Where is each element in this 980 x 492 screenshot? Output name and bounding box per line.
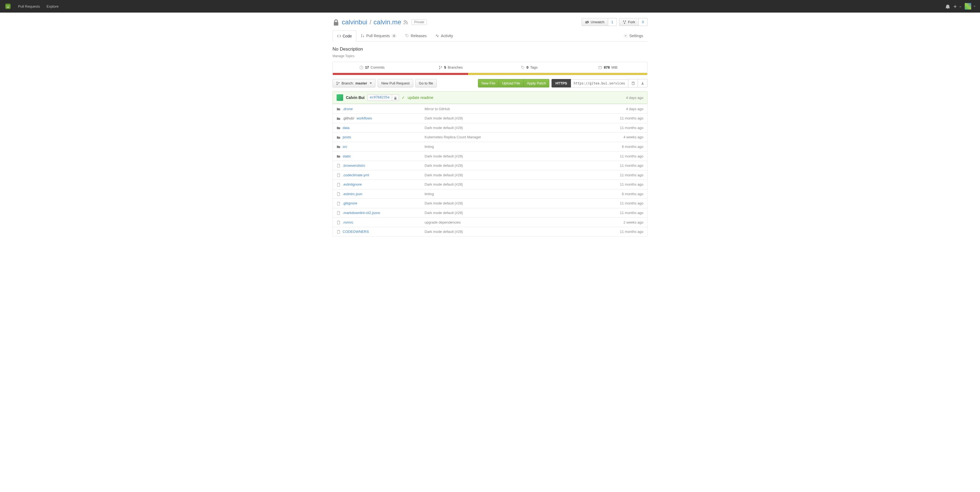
rss-icon[interactable] (403, 18, 408, 26)
table-row: .drone Mirror to GitHub 4 days ago (333, 104, 648, 114)
dir-icon (337, 144, 340, 149)
size-unit: MiB (611, 65, 617, 70)
file-commit-message[interactable]: Dark mode default (#28) (425, 163, 463, 168)
commits-count: 17 (365, 65, 369, 70)
unwatch-button[interactable]: Unwatch (582, 18, 608, 26)
logo[interactable] (5, 3, 11, 10)
svg-point-11 (406, 35, 407, 35)
toolbar: Branch: master New Pull Request Go to fi… (332, 75, 648, 91)
watch-count[interactable]: 1 (608, 18, 617, 26)
file-commit-message[interactable]: Dark mode default (#28) (425, 126, 463, 130)
commit-hash[interactable]: ec07b8235e (367, 94, 392, 101)
notifications-icon[interactable] (945, 4, 950, 8)
copy-url-button[interactable] (628, 79, 638, 87)
branch-dropdown[interactable]: Branch: master (332, 79, 375, 87)
file-link[interactable]: .nvmrc (343, 220, 353, 224)
file-link[interactable]: .browserslistrc (343, 163, 365, 168)
file-time: 11 months ago (590, 179, 647, 189)
table-row: .github/workflows Dark mode default (#28… (333, 114, 648, 123)
tab-activity[interactable]: Activity (431, 30, 457, 41)
table-row: CODEOWNERS Dark mode default (#28) 11 mo… (333, 227, 648, 236)
https-label[interactable]: HTTPS (552, 79, 571, 87)
svg-point-16 (441, 66, 442, 67)
repo-owner-link[interactable]: calvinbui (342, 18, 367, 26)
fork-count[interactable]: 0 (639, 18, 648, 26)
table-row: static Dark mode default (#28) 11 months… (333, 151, 648, 161)
chevron-down-icon (370, 83, 372, 84)
svg-point-21 (339, 82, 340, 83)
nav-pull-requests[interactable]: Pull Requests (18, 5, 40, 8)
create-menu-icon[interactable] (953, 4, 961, 8)
file-link[interactable]: .gitignore (343, 201, 357, 205)
table-row: .markdownlint-cli2.jsonc Dark mode defau… (333, 208, 648, 217)
clone-url-input[interactable] (571, 79, 628, 87)
file-time: 11 months ago (590, 151, 647, 161)
dir-icon (337, 116, 340, 121)
file-icon (337, 220, 340, 224)
apply-patch-button[interactable]: Apply Patch (523, 79, 549, 87)
fork-button[interactable]: Fork (619, 18, 639, 26)
file-link[interactable]: CODEOWNERS (343, 230, 369, 234)
nav-explore[interactable]: Explore (46, 5, 59, 8)
file-link[interactable]: workflows (356, 116, 372, 120)
stat-tags[interactable]: 0 Tags (490, 62, 569, 73)
commit-author[interactable]: Calvin Bui (346, 95, 364, 100)
tab-pull-requests[interactable]: Pull Requests 4 (356, 30, 401, 41)
user-menu[interactable] (965, 3, 975, 10)
svg-point-5 (623, 20, 624, 21)
commit-author-avatar[interactable] (337, 94, 343, 101)
visibility-badge: Private (412, 19, 426, 25)
dir-icon (337, 135, 340, 140)
file-commit-message[interactable]: Mirror to GitHub (425, 107, 450, 111)
upload-file-button[interactable]: Upload File (499, 79, 523, 87)
dir-icon (337, 126, 340, 130)
manage-topics-link[interactable]: Manage Topics (332, 54, 648, 62)
tags-label: Tags (530, 65, 538, 70)
new-file-button[interactable]: New File (478, 79, 499, 87)
file-commit-message[interactable]: upgrade dependencies (425, 220, 461, 224)
file-link[interactable]: posts (343, 135, 351, 139)
file-time: 6 months ago (590, 142, 647, 151)
commit-signature-icon[interactable] (392, 94, 399, 101)
file-commit-message[interactable]: Dark mode default (#28) (425, 230, 463, 234)
file-commit-message[interactable]: linting (425, 192, 434, 196)
svg-point-2 (8, 5, 9, 6)
file-link[interactable]: .eslintignore (343, 182, 362, 186)
svg-point-3 (404, 23, 405, 24)
file-link[interactable]: .codeclimate.yml (343, 173, 369, 177)
table-row: .nvmrc upgrade dependencies 2 weeks ago (333, 217, 648, 227)
table-row: .browserslistrc Dark mode default (#28) … (333, 161, 648, 170)
tab-settings[interactable]: Settings (619, 30, 648, 41)
file-commit-message[interactable]: Dark mode default (#28) (425, 154, 463, 158)
file-link[interactable]: .markdownlint-cli2.jsonc (343, 211, 380, 215)
download-button[interactable] (638, 79, 648, 87)
file-commit-message[interactable]: Dark mode default (#28) (425, 201, 463, 205)
file-commit-message[interactable]: Kubernetes Replica Count Manager (425, 135, 481, 139)
table-row: .codeclimate.yml Dark mode default (#28)… (333, 170, 648, 180)
file-link[interactable]: src (343, 144, 347, 149)
file-commit-message[interactable]: Dark mode default (#28) (425, 211, 463, 215)
file-commit-message[interactable]: linting (425, 144, 434, 149)
dir-icon (337, 154, 340, 158)
file-commit-message[interactable]: Dark mode default (#28) (425, 173, 463, 177)
file-commit-message[interactable]: Dark mode default (#28) (425, 182, 463, 186)
file-link[interactable]: .eslintrc.json (343, 192, 362, 196)
file-link[interactable]: static (343, 154, 351, 158)
tab-releases[interactable]: Releases (401, 30, 431, 41)
file-link[interactable]: .drone (343, 107, 353, 111)
new-pr-button[interactable]: New Pull Request (378, 79, 413, 87)
table-row: .eslintrc.json linting 6 months ago (333, 189, 648, 199)
stat-branches[interactable]: 5 Branches (412, 62, 490, 73)
dir-icon (337, 106, 340, 111)
repo-name-link[interactable]: calvin.me (374, 18, 401, 26)
go-to-file-button[interactable]: Go to file (415, 79, 437, 87)
table-row: data Dark mode default (#28) 11 months a… (333, 123, 648, 133)
file-link[interactable]: data (343, 126, 350, 130)
stat-commits[interactable]: 17 Commits (333, 62, 412, 73)
file-table: .drone Mirror to GitHub 4 days ago .gith… (332, 104, 648, 236)
language-bar[interactable] (332, 73, 648, 75)
commit-message[interactable]: update readme (408, 95, 433, 100)
file-icon (337, 201, 340, 206)
tab-code[interactable]: Code (332, 30, 356, 41)
file-commit-message[interactable]: Dark mode default (#28) (425, 116, 463, 120)
